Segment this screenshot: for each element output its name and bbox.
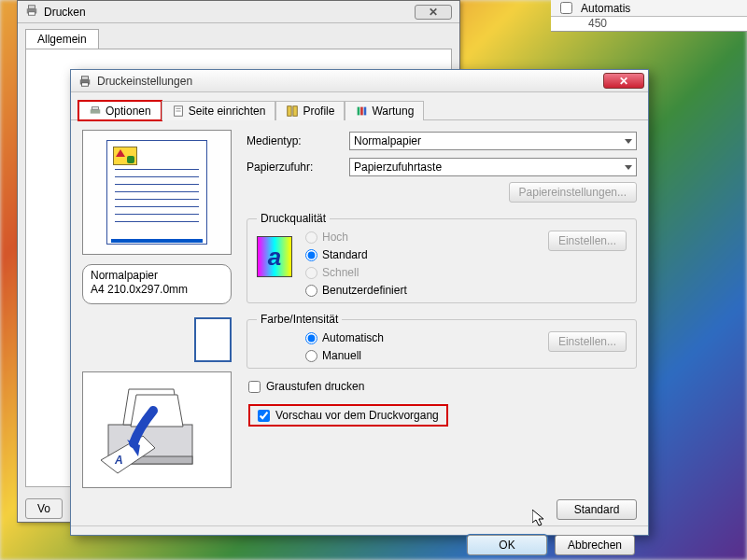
svg-rect-6 — [91, 109, 101, 113]
printer-icon — [78, 75, 92, 88]
svg-rect-14 — [361, 107, 364, 116]
quality-legend: Druckqualität — [257, 212, 330, 225]
svg-rect-1 — [29, 6, 35, 9]
printer-icon — [25, 4, 38, 20]
quality-user-label: Benutzerdefiniert — [322, 284, 407, 297]
close-button[interactable]: ✕ — [603, 73, 644, 89]
printer-illustration: A — [82, 371, 232, 488]
color-settings-button: Einstellen... — [548, 331, 627, 352]
color-legend: Farbe/Intensität — [257, 313, 342, 326]
dropdown-value: Normalpapier — [354, 134, 421, 147]
color-intensity-fieldset: Farbe/Intensität Automatisch Manuell Ein… — [247, 313, 637, 369]
svg-rect-4 — [82, 76, 89, 79]
paper-name: Normalpapier — [91, 269, 223, 283]
outer-title: Drucken — [44, 6, 409, 19]
svg-rect-2 — [29, 12, 35, 16]
maintenance-icon — [355, 105, 368, 118]
svg-marker-23 — [532, 510, 543, 525]
quality-user-radio[interactable] — [305, 285, 317, 297]
profiles-icon — [286, 105, 299, 118]
tab-maintenance[interactable]: Wartung — [345, 101, 424, 120]
svg-rect-5 — [82, 82, 89, 86]
chevron-down-icon — [625, 139, 632, 144]
quality-settings-button: Einstellen... — [548, 231, 627, 251]
cursor-icon — [532, 510, 547, 528]
media-type-dropdown[interactable]: Normalpapier — [349, 132, 637, 150]
paper-info: Normalpapier A4 210.0x297.0mm — [82, 264, 232, 304]
automatic-checkbox[interactable] — [560, 2, 572, 14]
svg-text:A: A — [114, 454, 123, 467]
media-type-label: Medientyp: — [247, 134, 342, 147]
print-quality-fieldset: Druckqualität a Hoch Standard Schnell Be… — [247, 212, 637, 303]
paper-source-dropdown[interactable]: Papierzufuhrtaste — [349, 158, 637, 176]
tab-label: Wartung — [372, 105, 414, 118]
page-preview — [82, 130, 232, 255]
preview-checkbox[interactable] — [258, 410, 270, 422]
svg-rect-12 — [293, 106, 297, 117]
dropdown-value: Papierzufuhrtaste — [354, 161, 442, 174]
tab-options[interactable]: Optionen — [78, 101, 162, 120]
outer-truncated-button[interactable]: Vo — [25, 498, 63, 519]
svg-rect-15 — [364, 107, 367, 116]
ruler: 450 — [551, 17, 747, 32]
quality-standard-label: Standard — [322, 248, 368, 261]
grayscale-label: Graustufen drucken — [266, 380, 364, 393]
tab-page-setup[interactable]: Seite einrichten — [162, 101, 276, 120]
outer-tab-general[interactable]: Allgemein — [25, 29, 99, 49]
cancel-button[interactable]: Abbrechen — [555, 535, 635, 555]
paper-settings-button: Papiereinstellungen... — [509, 182, 637, 203]
dialog-title: Druckeinstellungen — [97, 75, 598, 88]
standard-button[interactable]: Standard — [557, 499, 637, 520]
printer-icon — [89, 105, 102, 118]
color-manual-label: Manuell — [322, 349, 361, 362]
page-icon — [172, 105, 185, 118]
chevron-down-icon — [625, 165, 632, 170]
color-auto-radio[interactable] — [305, 332, 317, 344]
quality-icon: a — [257, 236, 292, 277]
tab-label: Optionen — [106, 105, 151, 118]
svg-rect-13 — [358, 107, 360, 116]
orientation-thumb[interactable] — [194, 317, 232, 362]
paper-source-label: Papierzufuhr: — [247, 161, 342, 174]
outer-close-button[interactable]: ✕ — [415, 5, 452, 20]
tab-label: Seite einrichten — [189, 105, 266, 118]
tab-label: Profile — [303, 105, 334, 118]
ok-button[interactable]: OK — [467, 535, 547, 555]
quality-fast-label: Schnell — [322, 266, 359, 279]
svg-rect-11 — [288, 106, 291, 117]
automatic-label: Automatis — [581, 2, 630, 15]
paper-size: A4 210.0x297.0mm — [91, 283, 223, 297]
print-settings-dialog: Druckeinstellungen ✕ Optionen Seite einr… — [70, 69, 649, 536]
grayscale-checkbox[interactable] — [248, 381, 261, 393]
tab-profiles[interactable]: Profile — [275, 101, 345, 120]
quality-fast-radio — [305, 267, 317, 279]
quality-high-radio — [305, 231, 317, 244]
preview-label: Vorschau vor dem Druckvorgang — [275, 409, 439, 422]
quality-high-label: Hoch — [322, 231, 348, 244]
color-manual-radio[interactable] — [305, 350, 317, 362]
color-auto-label: Automatisch — [322, 331, 384, 344]
quality-standard-radio[interactable] — [305, 249, 317, 261]
svg-rect-7 — [92, 107, 99, 110]
